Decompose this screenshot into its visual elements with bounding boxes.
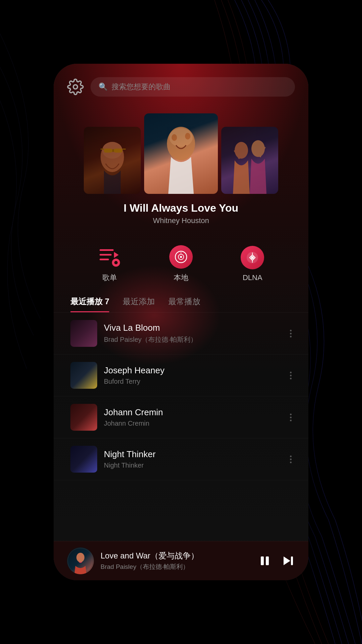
song-info-2: Joseph Heaney Buford Terry (104, 365, 283, 385)
tabs-section: 最近播放 7 最近添加 最常播放 (54, 289, 308, 313)
song-info-1: Viva La Bloom Brad Paisley（布拉德·帕斯利） (104, 323, 283, 344)
pause-button[interactable] (258, 554, 272, 568)
song-title-4: Night Thinker (104, 449, 283, 460)
bar-controls (258, 554, 295, 568)
svg-rect-8 (114, 149, 122, 153)
svg-point-25 (251, 140, 265, 157)
svg-rect-46 (266, 556, 269, 565)
search-bar[interactable]: 🔍 搜索您想要的歌曲 (90, 77, 295, 97)
settings-button[interactable] (67, 78, 84, 95)
local-icon (169, 245, 193, 269)
song-thumb-1 (70, 320, 97, 347)
svg-point-36 (180, 256, 182, 258)
song-title-2: Joseph Heaney (104, 365, 283, 376)
svg-point-24 (235, 142, 248, 159)
bar-album-art (67, 547, 94, 574)
song-artist-1: Brad Paisley（布拉德·帕斯利） (104, 335, 283, 344)
nav-local[interactable]: 本地 (169, 245, 193, 283)
nav-playlist[interactable]: 歌单 (98, 245, 121, 283)
song-artist-2: Buford Terry (104, 378, 283, 385)
vinyl-top-left (99, 127, 126, 137)
tab-most-played[interactable]: 最常播放 (168, 296, 200, 312)
search-icon: 🔍 (99, 83, 108, 91)
now-playing-title: I Will Always Love You (124, 202, 238, 214)
vinyl-top-right (236, 127, 263, 137)
bar-song-artist: Brad Paisley（布拉德·帕斯利） (101, 562, 251, 571)
svg-rect-9 (112, 149, 114, 152)
carousel-section: I Will Always Love You Whitney Houston (54, 103, 308, 232)
svg-rect-29 (100, 254, 112, 256)
vinyl-top-center (168, 113, 194, 123)
svg-rect-45 (261, 556, 264, 565)
svg-rect-48 (291, 556, 293, 565)
nav-section: 歌单 本地 (54, 232, 308, 289)
song-title-1: Viva La Bloom (104, 323, 283, 333)
svg-point-18 (172, 134, 177, 141)
svg-point-19 (185, 133, 190, 140)
bar-song-info: Love and War（爱与战争） Brad Paisley（布拉德·帕斯利） (101, 550, 251, 571)
song-thumb-2 (70, 362, 97, 389)
card-image-center (144, 113, 218, 194)
top-bar: 🔍 搜索您想要的歌曲 (54, 64, 308, 103)
song-more-1[interactable] (290, 330, 292, 337)
next-button[interactable] (282, 554, 295, 568)
song-info-3: Johann Cremin Johann Cremin (104, 407, 283, 427)
phone-shell: 🔍 搜索您想要的歌曲 (54, 64, 308, 580)
svg-rect-28 (100, 249, 114, 251)
svg-rect-7 (104, 149, 112, 153)
song-item-4[interactable]: Night Thinker Night Thinker (54, 438, 308, 480)
song-thumb-3 (70, 404, 97, 431)
screen: 🔍 搜索您想要的歌曲 (54, 64, 308, 580)
dlna-icon (241, 246, 264, 269)
svg-rect-11 (122, 149, 126, 150)
nav-local-label: 本地 (174, 273, 188, 283)
svg-marker-47 (284, 556, 290, 565)
carousel-card-left[interactable] (84, 127, 141, 194)
carousel-tracks (54, 113, 308, 194)
svg-rect-10 (101, 149, 104, 150)
now-playing-artist: Whitney Houston (153, 216, 209, 225)
svg-point-32 (114, 261, 118, 264)
song-thumb-4 (70, 446, 97, 473)
song-item-1[interactable]: Viva La Bloom Brad Paisley（布拉德·帕斯利） (54, 313, 308, 355)
song-item-3[interactable]: Johann Cremin Johann Cremin (54, 396, 308, 438)
song-item-2[interactable]: Joseph Heaney Buford Terry (54, 355, 308, 396)
carousel-card-right[interactable] (221, 127, 278, 194)
nav-dlna[interactable]: DLNA (241, 246, 264, 282)
bar-song-title: Love and War（爱与战争） (101, 550, 251, 561)
svg-point-44 (76, 553, 84, 562)
nav-dlna-label: DLNA (243, 273, 262, 282)
song-info-4: Night Thinker Night Thinker (104, 449, 283, 469)
song-list: Viva La Bloom Brad Paisley（布拉德·帕斯利） Jose… (54, 313, 308, 541)
song-artist-3: Johann Cremin (104, 420, 283, 427)
now-playing-bar[interactable]: Love and War（爱与战争） Brad Paisley（布拉德·帕斯利） (54, 541, 308, 580)
nav-playlist-label: 歌单 (102, 273, 117, 283)
song-more-3[interactable] (290, 414, 292, 421)
search-placeholder: 搜索您想要的歌曲 (112, 82, 171, 92)
svg-rect-30 (100, 259, 109, 260)
svg-point-0 (73, 85, 78, 89)
song-more-4[interactable] (290, 455, 292, 463)
song-more-2[interactable] (290, 372, 292, 379)
svg-point-39 (251, 256, 254, 259)
tab-recent[interactable]: 最近播放 7 (70, 296, 109, 312)
carousel-card-center[interactable] (144, 113, 218, 194)
song-title-3: Johann Cremin (104, 407, 283, 418)
svg-point-37 (180, 253, 181, 254)
song-artist-4: Night Thinker (104, 462, 283, 469)
tab-recently-added[interactable]: 最近添加 (123, 296, 155, 312)
playlist-icon (98, 245, 121, 269)
